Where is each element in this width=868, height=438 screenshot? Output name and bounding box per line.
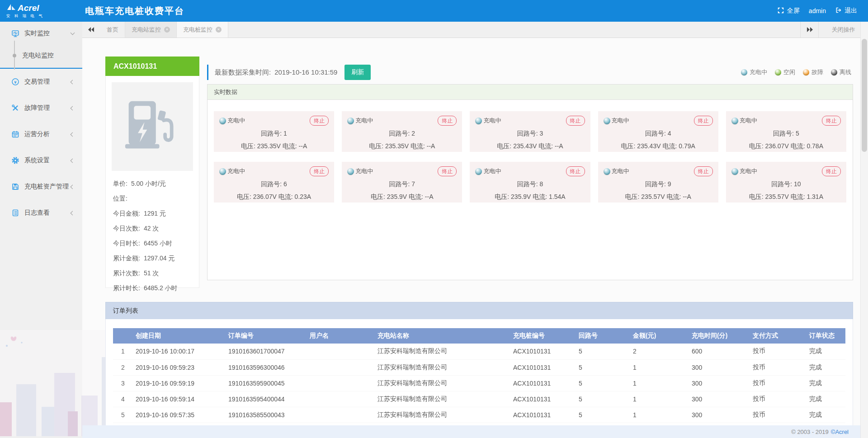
calendar-icon	[11, 130, 19, 138]
tab-home[interactable]: 首页	[100, 22, 125, 38]
current-value: --A	[555, 142, 563, 150]
station-info-card: ACX1010131	[105, 57, 199, 288]
top-header: Acrel 安 科 瑞 电 气 电瓶车充电桩收费平台 全屏 admin 退出	[0, 0, 868, 22]
voltage-value: 235.35V	[257, 142, 281, 150]
cell-order-no: 1910163595900045	[226, 375, 307, 391]
sidebar-item-realtime-monitor[interactable]: 实时监控	[0, 22, 82, 45]
current-label: 电流:	[662, 142, 677, 150]
circuit-card: 充电中 终止 回路号: 6 电压: 236.07	[214, 162, 334, 203]
stat-value: 1291 元	[144, 210, 166, 218]
tools-icon	[11, 104, 19, 112]
terminate-button[interactable]: 终止	[566, 116, 585, 126]
circuit-card: 充电中 终止 回路号: 1 电压: 235.35	[214, 111, 334, 152]
cell-order-no: 1910163601700047	[226, 344, 307, 359]
legend-item: 充电中	[741, 68, 767, 76]
terminate-button[interactable]: 终止	[438, 166, 457, 176]
charging-status-dot-icon	[731, 118, 738, 124]
accent-bar	[207, 65, 208, 80]
circuit-card: 充电中 终止 回路号: 8 电压: 235.9V	[470, 162, 590, 203]
cell-station-name: 江苏安科瑞制造有限公司	[375, 359, 510, 375]
terminate-button[interactable]: 终止	[566, 166, 585, 176]
sidebar-item-trade[interactable]: ¥ 交易管理	[0, 69, 82, 95]
order-row[interactable]: 1 2019-10-16 10:00:17 1910163601700047 江…	[113, 344, 845, 359]
cell-index: 5	[113, 407, 133, 423]
sidebar-item-settings[interactable]: 系统设置	[0, 147, 82, 174]
sidebar-item-label: 充电桩资产管理	[24, 183, 69, 191]
chevron-left-icon	[71, 211, 75, 215]
circuit-no-label: 回路号:	[645, 180, 666, 188]
terminate-button[interactable]: 终止	[822, 116, 841, 126]
stat-label: 今日次数:	[113, 225, 140, 233]
acrel-footer-link[interactable]: ©Acrel	[831, 429, 849, 435]
current-value: --A	[683, 193, 691, 200]
tab-pile-monitor[interactable]: 充电桩监控 ×	[177, 22, 228, 38]
terminate-button[interactable]: 终止	[438, 116, 457, 126]
charger-image-box	[112, 82, 193, 171]
cell-station-name: 江苏安科瑞制造有限公司	[375, 407, 510, 423]
sidebar-item-analysis[interactable]: 运营分析	[0, 121, 82, 147]
circuit-status: 充电中	[740, 117, 757, 125]
page-title: 电瓶车充电桩收费平台	[85, 5, 184, 17]
logout-button[interactable]: 退出	[835, 7, 857, 15]
terminate-button[interactable]: 终止	[694, 116, 713, 126]
cell-circuit-no: 5	[576, 359, 630, 375]
stat-label: 累计次数:	[113, 269, 140, 278]
terminate-button[interactable]: 终止	[694, 166, 713, 176]
circuit-card: 充电中 终止 回路号: 5 电压: 236.07	[726, 111, 846, 152]
order-row[interactable]: 2 2019-10-16 09:59:23 1910163596300046 江…	[113, 359, 845, 375]
cell-amount: 1	[630, 391, 689, 407]
cell-username	[307, 344, 375, 359]
cell-circuit-no: 5	[576, 375, 630, 391]
chevron-left-icon	[71, 184, 75, 189]
cell-index: 1	[113, 344, 133, 359]
terminate-button[interactable]: 终止	[310, 166, 329, 176]
current-value: 1.54A	[549, 193, 566, 200]
circuit-status: 充电中	[483, 117, 501, 125]
sidebar-item-fault[interactable]: 故障管理	[0, 95, 82, 121]
tabs-scroll-left-button[interactable]	[82, 22, 100, 38]
sidebar-item-logs[interactable]: 日志查看	[0, 200, 82, 226]
sidebar-item-asset[interactable]: 充电桩资产管理	[0, 174, 82, 200]
vertical-scrollbar[interactable]	[860, 22, 868, 438]
sidebar-subitem-station-monitor[interactable]: 充电站监控	[0, 45, 82, 66]
circuit-cards: 充电中 终止 回路号: 1 电压: 235.35	[208, 100, 853, 214]
logo-subtext: 安 科 瑞 电 气	[6, 14, 82, 19]
station-stat-row: 今日次数: 42 次	[112, 221, 193, 236]
yuan-circle-icon: ¥	[11, 78, 19, 86]
sidebar-subitem-label: 充电站监控	[22, 52, 54, 60]
circuit-status: 充电中	[483, 167, 501, 175]
voltage-value: 236.07V	[765, 142, 789, 150]
current-value: 0.23A	[295, 193, 311, 200]
order-row[interactable]: 4 2019-10-16 09:59:14 1910163595400044 江…	[113, 391, 845, 407]
cell-pile-no: ACX1010131	[510, 359, 576, 375]
order-row[interactable]: 3 2019-10-16 09:59:19 1910163595900045 江…	[113, 375, 845, 391]
cell-created-date: 2019-10-16 09:59:19	[133, 375, 226, 391]
cell-pay-method: 投币	[750, 344, 807, 359]
current-value: 0.79A	[679, 142, 695, 150]
close-icon[interactable]: ×	[216, 27, 222, 33]
station-stat-row: 今日金额: 1291 元	[112, 206, 193, 221]
cell-pay-method: 投币	[750, 359, 807, 375]
realtime-data-panel: 实时数据 充电中 终止	[207, 84, 853, 280]
user-menu[interactable]: admin	[809, 7, 826, 14]
circuit-card: 充电中 终止 回路号: 3 电压: 235.43	[470, 111, 590, 152]
fullscreen-button[interactable]: 全屏	[777, 7, 800, 15]
close-icon[interactable]: ×	[164, 27, 170, 33]
current-label: 电流:	[278, 193, 293, 200]
save-disk-icon	[11, 183, 19, 191]
cell-username	[307, 359, 375, 375]
terminate-button[interactable]: 终止	[822, 166, 841, 176]
footer: © 2003 - 2019 ©Acrel	[82, 425, 860, 438]
cell-pay-method: 投币	[750, 375, 807, 391]
gear-icon	[11, 156, 19, 165]
tabbar-spacer	[228, 22, 800, 38]
terminate-button[interactable]: 终止	[310, 116, 329, 126]
stat-value: 42 次	[144, 225, 159, 233]
scrollbar-thumb[interactable]	[862, 39, 867, 152]
svg-text:¥: ¥	[14, 80, 17, 85]
tab-station-monitor[interactable]: 充电站监控 ×	[125, 22, 177, 38]
order-row[interactable]: 5 2019-10-16 09:57:35 1910163585500043 江…	[113, 407, 845, 423]
tabs-scroll-right-button[interactable]	[800, 22, 818, 38]
refresh-button[interactable]: 刷新	[344, 65, 371, 80]
circuit-no-value: 6	[283, 180, 287, 188]
